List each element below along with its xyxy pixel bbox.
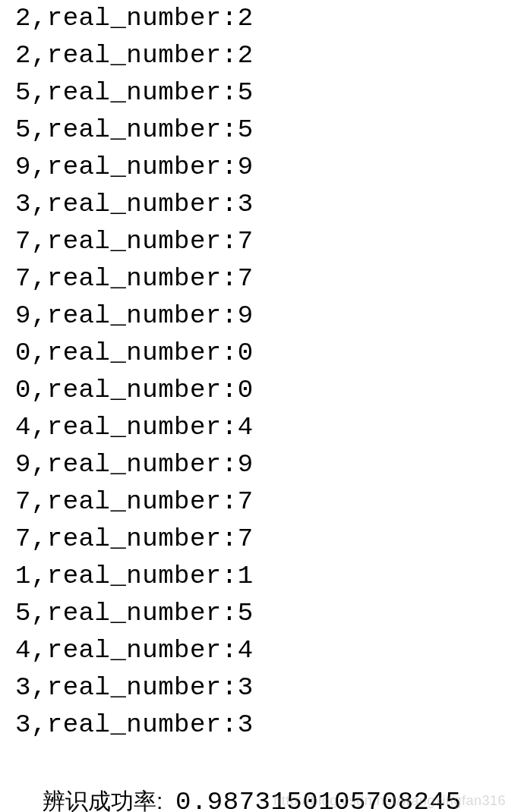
output-line: 3,real_number:3 (15, 186, 506, 223)
output-line: 5,real_number:5 (15, 595, 506, 632)
output-line: 3,real_number:3 (15, 669, 506, 707)
output-line: 7,real_number:7 (15, 483, 506, 521)
output-line: 7,real_number:7 (15, 521, 506, 558)
output-line: 7,real_number:7 (15, 260, 506, 297)
watermark: http://blog.csdn.net/wangxingfan316 (273, 793, 506, 809)
output-line: 0,real_number:0 (15, 335, 506, 372)
accuracy-label: 辨识成功率: (43, 788, 175, 812)
output-line: 0,real_number:0 (15, 372, 506, 409)
output-line: 1,real_number:1 (15, 558, 506, 595)
output-line: 9,real_number:9 (15, 297, 506, 335)
output-line: 5,real_number:5 (15, 112, 506, 149)
output-line: 7,real_number:7 (15, 223, 506, 260)
output-line: 3,real_number:3 (15, 707, 506, 744)
output-line: 9,real_number:9 (15, 149, 506, 186)
output-line: 4,real_number:4 (15, 409, 506, 446)
output-line: 2,real_number:2 (15, 37, 506, 74)
output-line: 5,real_number:5 (15, 74, 506, 112)
console-output: 2,real_number:22,real_number:25,real_num… (15, 0, 506, 744)
output-line: 4,real_number:4 (15, 632, 506, 669)
output-line: 2,real_number:2 (15, 0, 506, 37)
output-line: 9,real_number:9 (15, 446, 506, 483)
